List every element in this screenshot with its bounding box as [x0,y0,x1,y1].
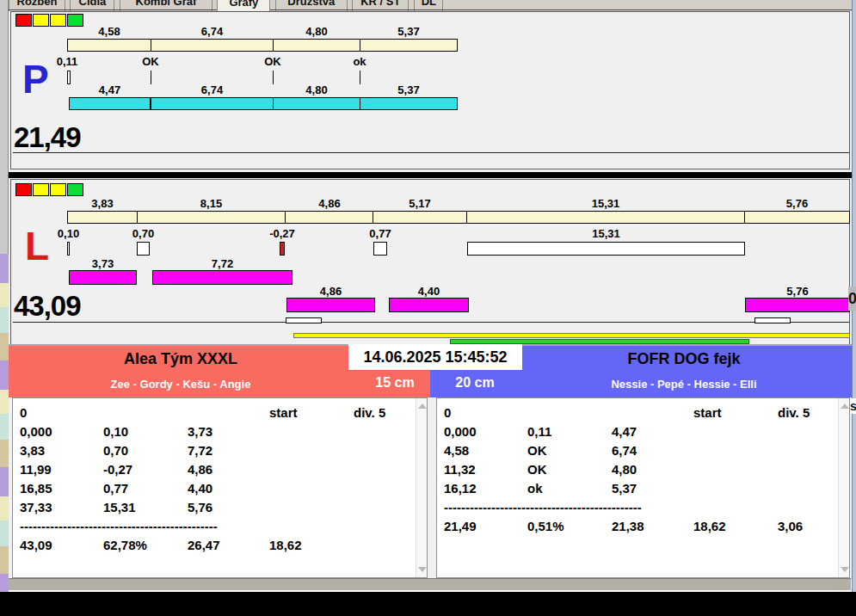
bar-segment: 8,15 [137,211,286,224]
bar-segment: 4,58 [67,39,151,52]
dog-run-label: 5,76 [746,285,849,298]
exchange-marker [286,317,322,323]
bar-segment-label: 4,80 [274,25,360,38]
dog-run-label: 4,40 [390,285,468,298]
black-footer [0,592,856,616]
table-right-scrollbar[interactable] [838,398,849,577]
table-cell: 0,000 [20,424,52,439]
dog-run-bar: 7,72 [152,270,293,285]
table-cell: div. 5 [778,405,810,420]
table-cell: 11,99 [20,462,52,477]
left-edge-scrollbar[interactable] [0,0,9,254]
table-cell: 0,10 [103,424,128,439]
cross-box-label: 0,77 [369,227,391,240]
cross-tick-mark [273,71,274,84]
bar-segment: 6,74 [151,39,274,52]
table-cell: start [269,405,298,420]
horizontal-scrollbar[interactable] [9,578,852,591]
cross-tick-label: OK [142,55,159,68]
bar-segment-label: 6,74 [151,25,273,38]
table-cell: 4,58 [444,443,469,458]
app-window: Rozběh Čidla Kombi Graf Grafy Družstva K… [0,0,856,616]
start-light [15,14,32,27]
dog-run-bar: 5,76 [745,298,850,312]
total-time-p: 21,49 [14,123,81,151]
result-table-left: 0startdiv. 50,0000,103,733,830,707,7211,… [12,397,428,578]
cross-box: 0,77 [373,242,387,256]
table-cell: -0,27 [103,462,132,477]
table-cell: 62,78% [103,538,147,552]
table-cell: 6,74 [612,443,637,458]
cross-box: 0,10 [67,242,70,256]
tab-grafy[interactable]: Grafy [217,0,270,11]
bar-segment-label: 5,76 [745,197,849,210]
table-cell: 3,06 [778,519,803,533]
bar-segment-label: 4,47 [70,83,150,96]
edge-text-fragment: 0 [848,286,856,311]
bar-segment-label: 4,58 [68,25,151,38]
bar-segment: 5,37 [360,97,458,110]
start-lights-l [15,183,84,196]
dog-run-bar: 3,73 [69,270,137,285]
scroll-up-icon[interactable] [418,403,427,409]
start-light [15,183,32,196]
dog-run-bar: 4,86 [286,298,375,312]
left-edge-color-bands [0,254,9,592]
bar-segment: 15,31 [466,211,745,224]
bar-segment: 5,37 [360,39,458,52]
cross-box-label: 0,70 [132,227,154,240]
table-cell: 18,62 [269,538,302,552]
dog-run-label: 7,72 [153,257,292,270]
table-cell: 16,85 [20,481,52,496]
scroll-down-icon[interactable] [418,567,427,572]
bar-segment-label: 5,37 [360,83,457,96]
cross-box: 15,31 [467,242,745,256]
bar-segment: 6,74 [151,97,274,110]
dog-run-label: 3,73 [70,257,136,270]
jump-height-left: 15 cm [356,375,434,391]
bar-segment-label: 8,15 [138,197,285,210]
table-cell: 5,76 [188,500,212,514]
table-cell: 11,32 [444,462,476,477]
scroll-down-icon[interactable] [841,567,849,572]
table-cell: 0,77 [103,481,128,496]
bar-segment: 4,86 [285,211,374,224]
bar-segment: 4,80 [273,39,360,52]
start-light [33,14,49,27]
result-table-right: 0startdiv. 50,0000,114,474,58OK6,7411,32… [436,397,850,578]
lane-panel-l: 3,838,154,865,1715,315,76 0,100,70-0,270… [10,179,850,344]
table-rule: ----------------------------------------… [20,519,271,533]
lane-letter-p: P [22,59,49,99]
table-left-scrollbar[interactable] [416,398,427,577]
bar-segment: 3,83 [67,211,138,224]
start-light [50,14,66,27]
bar-segment-label: 4,80 [274,83,360,96]
dog-names-right: Nessie - Pepé - Hessie - Elli [516,378,852,391]
dog-run-label: 4,86 [287,285,374,298]
cross-tick-mark [151,71,151,84]
table-cell: 43,09 [20,538,52,552]
bar-segment-label: 15,31 [467,197,744,210]
table-cell: 21,49 [444,519,477,533]
table-cell: OK [527,443,547,458]
table-cell: 4,80 [612,462,637,477]
dog-names-left: Zee - Gordy - Kešu - Angie [9,378,353,391]
jump-height-right: 20 cm [436,375,514,391]
panel-separator [9,172,852,178]
table-cell: 21,38 [612,519,644,533]
table-cell: 26,47 [188,538,220,552]
cross-box-label: 0,10 [58,227,79,240]
table-cell: start [693,405,722,420]
table-cell: 18,62 [693,519,726,533]
table-cell: div. 5 [354,405,385,420]
bar-segment-label: 4,86 [286,197,373,210]
cross-box-label: -0,27 [269,227,295,240]
cross-boxes-l: 0,100,70-0,270,7715,31 [67,226,850,261]
bar-segment: 5,76 [744,211,850,224]
table-cell: 0,51% [527,519,564,533]
progress-bar-yellow [293,333,850,338]
table-cell: 15,31 [103,500,136,514]
scroll-up-icon[interactable] [841,403,849,409]
cross-box-label: 15,31 [592,227,620,240]
table-cell: 7,72 [188,443,212,458]
